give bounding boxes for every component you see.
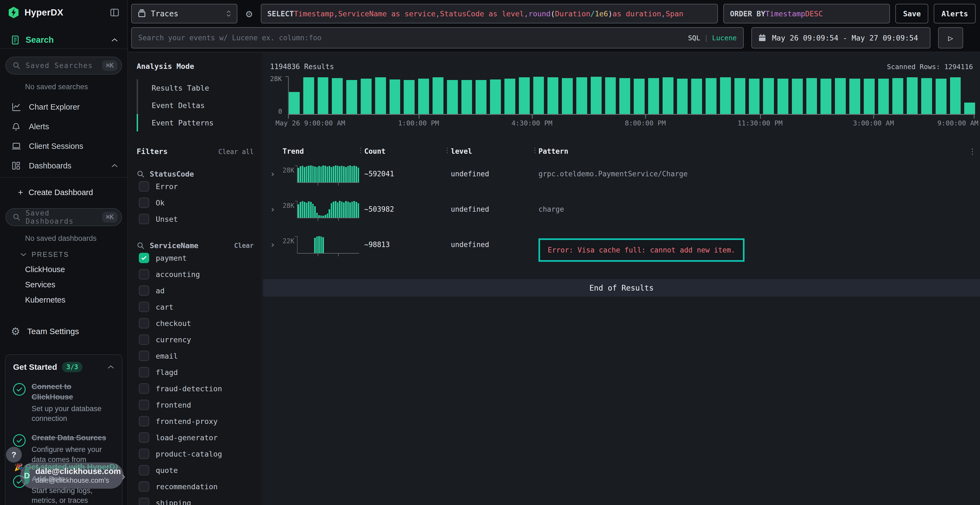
expand-row-icon[interactable]: ›: [270, 236, 283, 250]
checkbox[interactable]: [139, 318, 149, 329]
get-started-item[interactable]: Connect to ClickHouse Set up your databa…: [13, 381, 115, 423]
chevron-up-icon[interactable]: [111, 38, 118, 42]
filter-option-frontend[interactable]: frontend: [139, 397, 254, 413]
get-started-item[interactable]: Create Data Sources Configure where your…: [13, 433, 115, 464]
save-button[interactable]: Save: [895, 4, 928, 24]
filter-option-product-catalog[interactable]: product-catalog: [139, 446, 254, 462]
checkbox[interactable]: [139, 449, 149, 459]
select-clause-editor[interactable]: SELECT Timestamp, ServiceName as service…: [261, 4, 718, 24]
chevron-up-icon[interactable]: [107, 365, 115, 369]
sidebar-item-alerts[interactable]: Alerts: [0, 118, 127, 135]
filter-option-cart[interactable]: cart: [139, 299, 254, 315]
checkbox[interactable]: [139, 334, 149, 345]
table-menu-icon[interactable]: ⋮: [964, 147, 976, 156]
table-row[interactable]: › 28K ~503982 undefined charge: [270, 201, 976, 229]
source-settings-gear-icon[interactable]: ⚙: [243, 7, 255, 20]
checkbox-checked[interactable]: [139, 253, 149, 263]
checkbox[interactable]: [139, 367, 149, 377]
run-query-button[interactable]: ▷: [938, 27, 963, 48]
magnifier-icon: [13, 62, 21, 70]
checkbox[interactable]: [139, 400, 149, 410]
checkbox[interactable]: [139, 416, 149, 426]
filter-option-load-generator[interactable]: load-generator: [139, 429, 254, 446]
filter-option-payment[interactable]: payment: [139, 250, 254, 266]
pattern-cell-highlighted[interactable]: Error: Visa cache full: cannot add new i…: [538, 236, 964, 262]
help-button[interactable]: ?: [6, 447, 22, 462]
sidebar-item-chart-explorer[interactable]: Chart Explorer: [0, 98, 127, 116]
column-resize-handle[interactable]: ⋮: [531, 146, 538, 154]
saved-searches-input[interactable]: Saved Searches ⌘K: [5, 57, 122, 75]
histogram-bars[interactable]: [288, 77, 975, 115]
checkbox[interactable]: [139, 498, 149, 505]
collapse-sidebar-icon[interactable]: [110, 8, 120, 17]
checkbox[interactable]: [139, 481, 149, 492]
magnifier-icon[interactable]: [137, 170, 145, 178]
filter-option-flagd[interactable]: flagd: [139, 364, 254, 380]
lang-lucene-toggle[interactable]: Lucene: [712, 34, 737, 42]
column-header-count[interactable]: ⋮Count: [364, 147, 451, 156]
preset-clickhouse[interactable]: ClickHouse: [0, 262, 127, 277]
create-dashboard-button[interactable]: + Create Dashboard: [0, 184, 127, 200]
checkbox[interactable]: [139, 197, 149, 208]
filter-option-ok[interactable]: Ok: [139, 195, 254, 211]
checkbox[interactable]: [139, 302, 149, 312]
event-search-bar[interactable]: SQL | Lucene: [131, 27, 744, 48]
sidebar-section-search[interactable]: Search: [0, 32, 127, 49]
mode-event-deltas[interactable]: Event Deltas: [137, 97, 254, 114]
column-header-level[interactable]: ⋮level: [451, 147, 538, 156]
mode-event-patterns[interactable]: Event Patterns: [137, 114, 254, 132]
checkbox[interactable]: [139, 351, 149, 361]
checkbox[interactable]: [139, 269, 149, 279]
source-select[interactable]: Traces: [131, 4, 237, 24]
filter-option-ad[interactable]: ad: [139, 283, 254, 299]
checkbox[interactable]: [139, 465, 149, 475]
magnifier-icon[interactable]: [137, 241, 145, 250]
filter-option-error[interactable]: Error: [139, 178, 254, 195]
presets-toggle[interactable]: PRESETS: [0, 247, 127, 262]
orderby-clause-editor[interactable]: ORDER BY Timestamp DESC: [723, 4, 890, 24]
filter-option-currency[interactable]: currency: [139, 332, 254, 348]
alerts-button[interactable]: Alerts: [934, 4, 976, 24]
table-row[interactable]: › 22K ~98813 undefined Error: Visa cache…: [270, 236, 976, 264]
saved-dashboards-input[interactable]: Saved Dashboards ⌘K: [5, 208, 122, 226]
filter-option-unset[interactable]: Unset: [139, 211, 254, 227]
checkbox[interactable]: [139, 383, 149, 394]
column-header-pattern[interactable]: ⋮Pattern: [538, 147, 964, 156]
filter-option-checkout[interactable]: checkout: [139, 315, 254, 332]
lang-sql-toggle[interactable]: SQL: [688, 34, 700, 42]
filter-option-quote[interactable]: quote: [139, 462, 254, 478]
column-header-trend[interactable]: Trend: [283, 147, 364, 156]
search-input[interactable]: [138, 34, 688, 42]
checkbox[interactable]: [139, 432, 149, 443]
get-started-header[interactable]: Get Started 3/3: [13, 362, 115, 372]
pattern-cell[interactable]: charge: [538, 201, 964, 213]
preset-services[interactable]: Services: [0, 277, 127, 292]
team-settings-button[interactable]: ⚙ Team Settings: [0, 323, 127, 340]
checkbox[interactable]: [139, 286, 149, 296]
preset-kubernetes[interactable]: Kubernetes: [0, 292, 127, 308]
filter-option-accounting[interactable]: accounting: [139, 266, 254, 283]
table-row[interactable]: › 28K ~592041 undefined grpc.oteldemo.Pa…: [270, 165, 976, 194]
results-histogram[interactable]: 28K 0 May 26 9:00:00 AM 1:00:00 PM 4:30:…: [270, 76, 976, 127]
filter-option-recommendation[interactable]: recommendation: [139, 478, 254, 495]
mode-results-table[interactable]: Results Table: [137, 79, 254, 97]
expand-row-icon[interactable]: ›: [270, 165, 283, 179]
date-range-picker[interactable]: May 26 09:09:54 - May 27 09:09:54: [751, 27, 931, 48]
checkbox[interactable]: [139, 181, 149, 192]
clear-service-link[interactable]: Clear: [234, 242, 254, 249]
filter-option-shipping[interactable]: shipping: [139, 495, 254, 505]
chevron-up-icon[interactable]: [111, 164, 118, 168]
expand-row-icon[interactable]: ›: [270, 201, 283, 214]
user-menu[interactable]: D dale@clickhouse.com dale@clickhouse.co…: [20, 462, 124, 489]
filter-option-frontend-proxy[interactable]: frontend-proxy: [139, 413, 254, 429]
checkbox[interactable]: [139, 214, 149, 224]
column-resize-handle[interactable]: ⋮: [444, 146, 451, 154]
filter-option-fraud-detection[interactable]: fraud-detection: [139, 380, 254, 397]
pattern-cell[interactable]: grpc.oteldemo.PaymentService/Charge: [538, 165, 964, 178]
clear-all-link[interactable]: Clear all: [218, 148, 254, 156]
filter-option-email[interactable]: email: [139, 348, 254, 364]
sidebar-item-client-sessions[interactable]: Client Sessions: [0, 137, 127, 155]
column-resize-handle[interactable]: ⋮: [357, 146, 364, 154]
sidebar-item-dashboards[interactable]: Dashboards: [0, 157, 127, 175]
selected-pattern-box[interactable]: Error: Visa cache full: cannot add new i…: [538, 238, 745, 262]
